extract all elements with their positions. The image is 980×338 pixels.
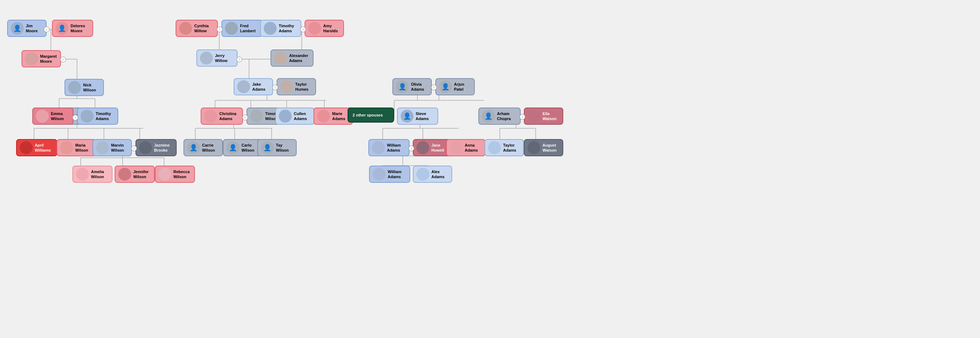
node-christina-adams[interactable]: Christina Adams <box>200 108 243 125</box>
node-jake-adams[interactable]: Jake Adams <box>234 78 273 95</box>
node-timothy-adams-top[interactable]: Timothy Adams <box>260 20 301 37</box>
label-jazmine-brooke: Jazmine Brooke <box>154 143 173 153</box>
avatar-arjun-patel: 👤 <box>439 80 452 93</box>
node-carrie-wilson[interactable]: 👤 Carrie Wilson <box>183 139 223 156</box>
node-carlo-wilson[interactable]: 👤 Carlo Wilson <box>223 139 262 156</box>
info-christina-timothy[interactable]: i <box>242 115 248 120</box>
node-cynthia-willow[interactable]: Cynthia Willow <box>176 20 218 37</box>
avatar-timothy-adams-top <box>264 22 277 35</box>
avatar-jennifer-wilson <box>118 168 131 181</box>
avatar-timothy-adams-mid <box>81 110 94 123</box>
avatar-margaret-moore <box>25 52 38 65</box>
label-tay-wilson: Tay Wilson <box>276 143 293 153</box>
node-2-other-spouses[interactable]: 2 other spouses <box>348 108 394 123</box>
label-fred-lambert: Fred Lambert <box>240 23 259 34</box>
node-jim-moore[interactable]: 👤 Jim Moore <box>7 20 46 37</box>
node-alex-adams[interactable]: Alex Adams <box>413 166 452 183</box>
node-tay-wilson[interactable]: 👤 Tay Wilson <box>257 139 297 156</box>
label-taylor-humes: Taylor Humes <box>295 82 312 92</box>
label-anna-adams: Anna Adams <box>465 143 482 153</box>
label-delores-moore: Delores Moore <box>71 23 89 34</box>
avatar-olivia-adams: 👤 <box>396 80 409 93</box>
node-william-adams-2[interactable]: William Adams <box>369 166 410 183</box>
node-maria-wilson[interactable]: Maria Wilson <box>57 139 96 156</box>
avatar-arham-chopra: 👤 <box>482 110 495 123</box>
label-nick-wilson: Nick Wilson <box>83 83 100 93</box>
avatar-jane-howell <box>416 141 429 154</box>
avatar-emma-wilson <box>36 110 49 123</box>
node-william-adams-1[interactable]: William Adams <box>368 139 410 156</box>
avatar-maria-wilson <box>60 141 73 154</box>
info-marvin-jazmine[interactable]: i <box>131 145 137 151</box>
node-emma-wilson[interactable]: Emma Wilson <box>32 108 73 125</box>
avatar-christina-adams <box>204 110 217 123</box>
avatar-steve-adams: 👤 <box>401 110 414 123</box>
avatar-timothy-wilson <box>250 110 263 123</box>
node-marvin-wilson[interactable]: Marvin Wilson <box>92 139 132 156</box>
node-olivia-adams[interactable]: 👤 Olivia Adams <box>392 78 432 95</box>
info-jim-moore[interactable]: i <box>44 27 49 32</box>
avatar-anna-adams <box>450 141 463 154</box>
label-maria-wilson: Maria Wilson <box>75 143 92 153</box>
node-marie-adams[interactable]: Marie Adams <box>313 108 353 125</box>
node-amy-harolds[interactable]: Amy Harolds <box>305 20 344 37</box>
family-tree: 👤 Jim Moore i 👤 Delores Moore Cynthia Wi… <box>0 0 980 338</box>
node-fred-lambert[interactable]: Fred Lambert <box>221 20 262 37</box>
avatar-taylor-adams <box>488 141 501 154</box>
node-amelia-wilson[interactable]: Amelia Wilson <box>72 166 113 183</box>
info-emma-timothy[interactable]: i <box>72 115 78 120</box>
avatar-taylor-humes <box>280 80 293 93</box>
node-rebecca-wilson[interactable]: Rebecca Wilson <box>155 166 195 183</box>
node-steve-adams[interactable]: 👤 Steve Adams <box>397 108 438 125</box>
label-cullen-adams: Cullen Adams <box>294 111 311 121</box>
label-rebecca-wilson: Rebecca Wilson <box>173 169 191 180</box>
label-william-adams-1: William Adams <box>387 143 406 153</box>
label-marvin-wilson: Marvin Wilson <box>111 143 128 153</box>
node-jerry-willow[interactable]: Jerry Willow <box>196 49 237 67</box>
label-taylor-adams: Taylor Adams <box>503 143 520 153</box>
node-arham-chopra[interactable]: 👤 Arham Chopra <box>478 108 521 125</box>
info-olivia-arjun[interactable]: i <box>431 84 437 90</box>
node-april-williams[interactable]: April Williams <box>16 139 57 156</box>
node-taylor-humes[interactable]: Taylor Humes <box>277 78 316 95</box>
node-cullen-adams[interactable]: Cullen Adams <box>275 108 315 125</box>
info-jake-taylor[interactable]: i <box>272 84 278 90</box>
label-steve-adams: Steve Adams <box>416 111 434 121</box>
avatar-william-adams-1 <box>372 141 385 154</box>
info-jerry-alex[interactable]: i <box>237 57 242 62</box>
info-cynthia-fred[interactable]: i <box>217 27 223 32</box>
node-alexander-adams[interactable]: Alexander Adams <box>270 49 313 67</box>
avatar-jake-adams <box>237 80 250 93</box>
label-2-other-spouses: 2 other spouses <box>351 110 384 120</box>
node-nick-wilson[interactable]: Nick Wilson <box>65 79 104 96</box>
avatar-marie-adams <box>317 110 330 123</box>
label-timothy-adams-mid: Timothy Adams <box>95 111 115 121</box>
node-jennifer-wilson[interactable]: Jennifer Wilson <box>115 166 155 183</box>
label-amy-harolds: Amy Harolds <box>323 23 340 34</box>
node-delores-moore[interactable]: 👤 Delores Moore <box>52 20 93 37</box>
label-timothy-adams-top: Timothy Adams <box>279 23 298 34</box>
node-august-watson[interactable]: August Watson <box>524 139 563 156</box>
info-timothy-amy[interactable]: i <box>300 27 306 32</box>
node-jazmine-brooke[interactable]: Jazmine Brooke <box>135 139 177 156</box>
node-margaret-moore[interactable]: Margaret Moore <box>22 50 61 67</box>
label-alex-adams: Alex Adams <box>431 169 449 180</box>
label-jerry-willow: Jerry Willow <box>215 53 234 64</box>
avatar-rebecca-wilson <box>158 168 171 181</box>
avatar-jerry-willow <box>200 52 213 65</box>
node-ella-watson[interactable]: Ella Watson <box>524 108 563 125</box>
node-anna-adams[interactable]: Anna Adams <box>446 139 485 156</box>
avatar-amelia-wilson <box>76 168 89 181</box>
info-william-jane[interactable]: i <box>409 145 414 151</box>
avatar-alexander-adams <box>274 52 287 65</box>
node-timothy-adams-mid[interactable]: Timothy Adams <box>77 108 118 125</box>
label-jennifer-wilson: Jennifer Wilson <box>133 169 151 180</box>
avatar-nick-wilson <box>68 81 81 94</box>
info-margaret-nick[interactable]: i <box>60 57 66 62</box>
node-taylor-adams[interactable]: Taylor Adams <box>484 139 524 156</box>
avatar-amy-harolds <box>308 22 321 35</box>
label-margaret-moore: Margaret Moore <box>40 54 57 64</box>
label-christina-adams: Christina Adams <box>219 111 239 121</box>
node-arjun-patel[interactable]: 👤 Arjun Patel <box>435 78 475 95</box>
info-arham-ella[interactable]: i <box>520 114 525 120</box>
